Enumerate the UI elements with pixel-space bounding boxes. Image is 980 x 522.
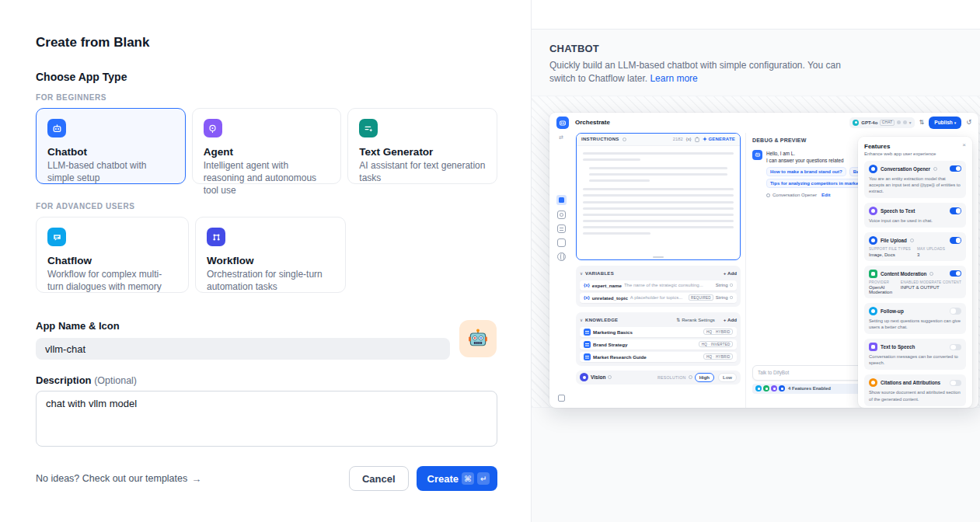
generate-button: GENERATE — [703, 137, 736, 141]
sliders-icon: ⇅ — [919, 120, 925, 126]
orchestrate-nav-icon — [556, 195, 567, 205]
create-button[interactable]: Create ⌘ ↵ — [417, 466, 497, 491]
feature-dot-icon — [779, 385, 785, 392]
conversation-opener-row: Conversation Opener Edit — [766, 193, 866, 197]
model-selector: GPT-4o CHAT ▾ — [849, 117, 914, 128]
resize-handle — [653, 256, 664, 258]
top-strip — [532, 0, 980, 30]
arrow-right-icon: → — [191, 473, 201, 485]
add-variable-button: + Add — [724, 270, 737, 276]
variable-icon: {x} — [686, 137, 692, 141]
vision-row: Vision RESOLUTION High Low — [576, 371, 741, 385]
preview-description: Quickly build an LLM-based chatbot with … — [549, 59, 860, 85]
app-type-desc: AI assistant for text generation tasks — [359, 159, 486, 184]
info-icon — [608, 375, 612, 379]
app-type-desc: Intelligent agent with reasoning and aut… — [204, 159, 330, 197]
variable-row: {x} expert_name The name of the strategi… — [580, 280, 737, 291]
edit-link: Edit — [821, 193, 830, 197]
app-type-card-workflow[interactable]: Workflow Orchestration for single-turn a… — [195, 217, 346, 293]
feature-item: Text to Speech Conversation messages can… — [864, 339, 966, 370]
gear-icon — [730, 284, 734, 287]
close-icon: × — [962, 142, 966, 148]
chatflow-icon — [47, 228, 66, 246]
mock-app-icon — [556, 117, 569, 129]
chevron-down-icon: ▾ — [954, 120, 957, 125]
modal-footer: No ideas? Check out our templates → Canc… — [36, 466, 497, 491]
mock-sidebar: ⇄ — [549, 133, 573, 408]
chatbot-icon — [47, 119, 66, 137]
follow-up-icon — [869, 307, 877, 315]
feature-item: Follow-up Setting up next questions sugg… — [864, 303, 966, 334]
instructions-panel: INSTRUCTIONS 2182 {x} GENERATE — [576, 133, 741, 260]
app-name-label: App Name & Icon — [36, 320, 497, 332]
features-enabled-bar: 4 Features Enabled — [752, 384, 869, 394]
gear-icon — [730, 296, 734, 300]
app-screenshot-mock: Orchestrate GPT-4o CHAT ▾ ⇅ Publish — [549, 113, 978, 408]
info-icon — [929, 272, 933, 276]
clipboard-icon — [695, 137, 699, 142]
app-type-card-chatflow[interactable]: Chatflow Workflow for complex multi-turn… — [36, 217, 189, 293]
toggle-switch — [950, 344, 961, 351]
sparkle-icon — [703, 137, 707, 141]
cancel-button[interactable]: Cancel — [349, 466, 409, 491]
token-count: 2182 — [673, 137, 683, 141]
app-name-input[interactable] — [36, 338, 450, 360]
rerank-settings-button: ⇅Rerank Settings — [676, 317, 715, 322]
toggle-switch — [950, 165, 961, 172]
learn-more-link[interactable]: Learn more — [650, 73, 697, 84]
mock-config-column: INSTRUCTIONS 2182 {x} GENERATE — [576, 133, 741, 408]
docs-nav-icon — [557, 238, 566, 247]
info-icon — [910, 238, 914, 242]
preview-screenshot-area: Orchestrate GPT-4o CHAT ▾ ⇅ Publish — [532, 96, 980, 408]
templates-link[interactable]: No ideas? Check out our templates → — [36, 473, 201, 485]
logs-nav-icon — [557, 224, 566, 233]
add-knowledge-button: + Add — [724, 317, 737, 322]
variable-row: {x} unrelated_topic A placeholder for to… — [580, 293, 737, 303]
toggle-switch — [950, 270, 961, 277]
create-form-panel: Create from Blank Choose App Type FOR BE… — [0, 0, 531, 522]
description-textarea[interactable] — [36, 391, 497, 447]
model-mini-icon — [903, 120, 907, 124]
required-badge: REQUIRED — [689, 294, 713, 301]
beginner-cards-row: Chatbot LLM-based chatbot with simple se… — [36, 108, 497, 184]
app-type-card-chatbot[interactable]: Chatbot LLM-based chatbot with simple se… — [36, 108, 186, 184]
app-type-name: Text Generator — [359, 146, 486, 158]
advanced-cards-row: Chatflow Workflow for complex multi-turn… — [36, 217, 497, 293]
feature-item: File Upload SUPPORT FILE TYPESImage, Doc… — [864, 232, 966, 261]
content-moderation-icon — [869, 270, 877, 278]
preview-panel: CHATBOT Quickly build an LLM-based chatb… — [531, 0, 980, 522]
resolution-low-option: Low — [718, 373, 737, 382]
chevron-down-icon: ∨ — [580, 318, 583, 322]
app-type-name: Chatflow — [47, 255, 177, 266]
instructions-skeleton — [577, 146, 740, 242]
app-type-card-text-generator[interactable]: Text Generator AI assistant for text gen… — [347, 108, 497, 184]
knowledge-row: Market Research Guide HQ · HYBRID — [580, 352, 737, 362]
app-icon-picker[interactable] — [459, 320, 497, 357]
knowledge-row: Marketing Basics HQ · HYBRID — [580, 327, 737, 337]
agent-icon — [204, 119, 222, 137]
app-type-card-agent[interactable]: Agent Intelligent agent with reasoning a… — [192, 108, 342, 184]
mock-header: Orchestrate GPT-4o CHAT ▾ ⇅ Publish — [549, 113, 978, 133]
preview-heading: CHATBOT — [549, 43, 949, 54]
retrieval-badge: HQ · HYBRID — [703, 329, 733, 336]
for-advanced-users-label: FOR ADVANCED USERS — [36, 202, 497, 211]
toggle-switch — [950, 207, 961, 214]
toggle-switch — [950, 380, 961, 387]
variable-icon: {x} — [584, 283, 590, 287]
knowledge-row: Brand Strategy HQ · INVERTED — [580, 339, 737, 350]
suggestion-chip: Tips for analyzing competitors in market — [766, 179, 863, 188]
enter-key-icon: ↵ — [477, 472, 490, 485]
for-beginners-label: FOR BEGINNERS — [36, 93, 497, 102]
publish-button: Publish ▾ — [929, 117, 961, 129]
app-name-block: App Name & Icon — [36, 320, 497, 360]
page-title: Create from Blank — [36, 35, 497, 50]
create-app-modal: Create from Blank Choose App Type FOR BE… — [0, 0, 980, 522]
text-to-speech-icon — [869, 343, 877, 351]
file-upload-icon — [869, 236, 877, 245]
resolution-high-option: High — [695, 373, 714, 382]
retrieval-badge: HQ · HYBRID — [703, 353, 733, 360]
app-type-desc: Workflow for complex multi-turn dialogue… — [47, 268, 177, 293]
app-type-desc: LLM-based chatbot with simple setup — [47, 159, 174, 184]
dataset-icon — [584, 341, 591, 348]
app-type-desc: Orchestration for single-turn automation… — [207, 268, 334, 293]
